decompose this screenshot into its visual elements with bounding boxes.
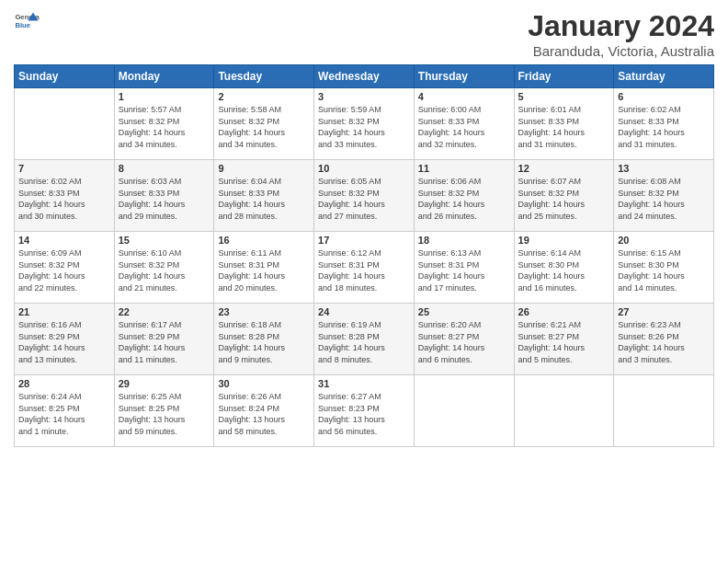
day-number: 19 [518,235,610,246]
calendar-cell: 2Sunrise: 5:58 AM Sunset: 8:32 PM Daylig… [214,88,314,160]
day-number: 7 [18,163,110,174]
day-info: Sunrise: 6:14 AM Sunset: 8:30 PM Dayligh… [518,247,610,293]
calendar-cell [614,375,714,447]
day-number: 22 [119,306,210,317]
day-info: Sunrise: 6:23 AM Sunset: 8:26 PM Dayligh… [618,319,710,365]
calendar-cell: 24Sunrise: 6:19 AM Sunset: 8:28 PM Dayli… [314,304,415,375]
day-number: 17 [318,235,410,246]
calendar-cell: 9Sunrise: 6:04 AM Sunset: 8:33 PM Daylig… [214,160,314,232]
day-number: 25 [418,306,510,317]
calendar-cell: 19Sunrise: 6:14 AM Sunset: 8:30 PM Dayli… [514,232,614,304]
calendar-cell: 11Sunrise: 6:06 AM Sunset: 8:32 PM Dayli… [414,160,514,232]
day-info: Sunrise: 6:13 AM Sunset: 8:31 PM Dayligh… [418,247,510,293]
title-block: January 2024 Baranduda, Victoria, Austra… [528,9,714,59]
calendar-cell: 23Sunrise: 6:18 AM Sunset: 8:28 PM Dayli… [214,304,314,375]
header-day-saturday: Saturday [614,65,714,88]
subtitle: Baranduda, Victoria, Australia [528,43,714,59]
day-info: Sunrise: 6:00 AM Sunset: 8:33 PM Dayligh… [418,104,510,150]
day-number: 23 [218,306,310,317]
day-number: 30 [218,378,310,389]
day-number: 21 [18,306,110,317]
day-info: Sunrise: 6:12 AM Sunset: 8:31 PM Dayligh… [318,247,410,293]
calendar-cell: 28Sunrise: 6:24 AM Sunset: 8:25 PM Dayli… [15,375,115,447]
day-info: Sunrise: 6:19 AM Sunset: 8:28 PM Dayligh… [318,319,410,365]
day-number: 16 [218,235,310,246]
day-info: Sunrise: 6:25 AM Sunset: 8:25 PM Dayligh… [119,391,210,437]
day-number: 10 [318,163,410,174]
day-info: Sunrise: 6:17 AM Sunset: 8:29 PM Dayligh… [119,319,210,365]
day-number: 13 [618,163,710,174]
calendar-cell: 4Sunrise: 6:00 AM Sunset: 8:33 PM Daylig… [414,88,514,160]
day-number: 29 [119,378,210,389]
day-info: Sunrise: 6:02 AM Sunset: 8:33 PM Dayligh… [18,176,110,222]
day-info: Sunrise: 6:04 AM Sunset: 8:33 PM Dayligh… [218,176,310,222]
week-row-4: 21Sunrise: 6:16 AM Sunset: 8:29 PM Dayli… [15,304,714,375]
calendar-cell: 6Sunrise: 6:02 AM Sunset: 8:33 PM Daylig… [614,88,714,160]
week-row-3: 14Sunrise: 6:09 AM Sunset: 8:32 PM Dayli… [15,232,714,304]
calendar-cell: 20Sunrise: 6:15 AM Sunset: 8:30 PM Dayli… [614,232,714,304]
day-number: 4 [418,91,510,102]
header-row: SundayMondayTuesdayWednesdayThursdayFrid… [15,65,714,88]
header: General Blue January 2024 Baranduda, Vic… [14,9,714,59]
calendar-cell [414,375,514,447]
day-info: Sunrise: 6:06 AM Sunset: 8:32 PM Dayligh… [418,176,510,222]
day-number: 1 [119,91,210,102]
day-info: Sunrise: 6:20 AM Sunset: 8:27 PM Dayligh… [418,319,510,365]
logo: General Blue [14,9,40,35]
calendar-cell: 25Sunrise: 6:20 AM Sunset: 8:27 PM Dayli… [414,304,514,375]
calendar-cell: 12Sunrise: 6:07 AM Sunset: 8:32 PM Dayli… [514,160,614,232]
calendar-cell: 26Sunrise: 6:21 AM Sunset: 8:27 PM Dayli… [514,304,614,375]
day-info: Sunrise: 6:10 AM Sunset: 8:32 PM Dayligh… [119,247,210,293]
day-info: Sunrise: 6:08 AM Sunset: 8:32 PM Dayligh… [618,176,710,222]
day-info: Sunrise: 6:26 AM Sunset: 8:24 PM Dayligh… [218,391,310,437]
day-number: 8 [119,163,210,174]
day-number: 24 [318,306,410,317]
day-number: 20 [618,235,710,246]
header-day-monday: Monday [114,65,214,88]
day-number: 28 [18,378,110,389]
day-info: Sunrise: 5:58 AM Sunset: 8:32 PM Dayligh… [218,104,310,150]
calendar-cell: 13Sunrise: 6:08 AM Sunset: 8:32 PM Dayli… [614,160,714,232]
day-info: Sunrise: 6:27 AM Sunset: 8:23 PM Dayligh… [318,391,410,437]
day-number: 27 [618,306,710,317]
day-info: Sunrise: 6:11 AM Sunset: 8:31 PM Dayligh… [218,247,310,293]
week-row-1: 1Sunrise: 5:57 AM Sunset: 8:32 PM Daylig… [15,88,714,160]
calendar-cell: 8Sunrise: 6:03 AM Sunset: 8:33 PM Daylig… [114,160,214,232]
day-number: 6 [618,91,710,102]
day-number: 15 [119,235,210,246]
header-day-wednesday: Wednesday [314,65,415,88]
calendar-cell: 30Sunrise: 6:26 AM Sunset: 8:24 PM Dayli… [214,375,314,447]
day-number: 3 [318,91,410,102]
header-day-tuesday: Tuesday [214,65,314,88]
logo-icon: General Blue [14,9,40,35]
svg-text:Blue: Blue [15,21,30,29]
day-info: Sunrise: 5:59 AM Sunset: 8:32 PM Dayligh… [318,104,410,150]
header-day-thursday: Thursday [414,65,514,88]
day-info: Sunrise: 6:21 AM Sunset: 8:27 PM Dayligh… [518,319,610,365]
day-info: Sunrise: 6:24 AM Sunset: 8:25 PM Dayligh… [18,391,110,437]
calendar-cell: 15Sunrise: 6:10 AM Sunset: 8:32 PM Dayli… [114,232,214,304]
calendar-cell [15,88,115,160]
header-day-friday: Friday [514,65,614,88]
header-day-sunday: Sunday [15,65,115,88]
day-number: 26 [518,306,610,317]
day-number: 12 [518,163,610,174]
calendar-cell: 10Sunrise: 6:05 AM Sunset: 8:32 PM Dayli… [314,160,415,232]
main-title: January 2024 [528,9,714,43]
day-info: Sunrise: 6:07 AM Sunset: 8:32 PM Dayligh… [518,176,610,222]
calendar-cell: 3Sunrise: 5:59 AM Sunset: 8:32 PM Daylig… [314,88,415,160]
day-number: 18 [418,235,510,246]
day-info: Sunrise: 6:02 AM Sunset: 8:33 PM Dayligh… [618,104,710,150]
day-number: 5 [518,91,610,102]
day-info: Sunrise: 5:57 AM Sunset: 8:32 PM Dayligh… [119,104,210,150]
calendar-cell: 22Sunrise: 6:17 AM Sunset: 8:29 PM Dayli… [114,304,214,375]
day-info: Sunrise: 6:01 AM Sunset: 8:33 PM Dayligh… [518,104,610,150]
day-info: Sunrise: 6:16 AM Sunset: 8:29 PM Dayligh… [18,319,110,365]
week-row-2: 7Sunrise: 6:02 AM Sunset: 8:33 PM Daylig… [15,160,714,232]
day-info: Sunrise: 6:09 AM Sunset: 8:32 PM Dayligh… [18,247,110,293]
day-number: 31 [318,378,410,389]
page-container: General Blue January 2024 Baranduda, Vic… [0,0,728,456]
calendar-cell: 18Sunrise: 6:13 AM Sunset: 8:31 PM Dayli… [414,232,514,304]
day-info: Sunrise: 6:05 AM Sunset: 8:32 PM Dayligh… [318,176,410,222]
week-row-5: 28Sunrise: 6:24 AM Sunset: 8:25 PM Dayli… [15,375,714,447]
